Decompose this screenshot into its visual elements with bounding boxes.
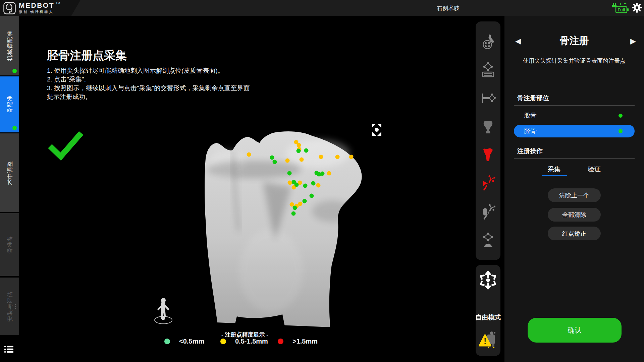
svg-text:−: − [624, 1, 627, 6]
panel-next-arrow[interactable]: ▶ [630, 36, 636, 46]
tab-collect[interactable]: 采集 [548, 165, 560, 174]
active-tab-underline [542, 175, 567, 176]
sidebar-step-label: 安装与评估 [6, 291, 13, 321]
surgical-limb-label: 右侧术肢 [437, 4, 460, 12]
brand-name: MEDBOT [19, 2, 54, 9]
legend-dot-yellow [220, 339, 226, 344]
step-more-dots [15, 304, 16, 309]
sidebar-step-intraop-adjustment[interactable]: 术中调整 [0, 133, 19, 212]
clear-last-button[interactable]: 清除上一个 [548, 188, 601, 202]
legend-dot-red [278, 339, 283, 344]
divider [514, 105, 635, 106]
robot-arm-icon[interactable] [480, 33, 496, 50]
red-point-correction-button[interactable]: 红点矫正 [548, 227, 601, 240]
marker-array-base-icon[interactable] [480, 61, 496, 78]
settings-gear-icon[interactable] [632, 3, 642, 13]
free-mode-label: 自由模式 [475, 313, 501, 322]
bone-row-tibia-selected[interactable]: 胫骨 [514, 125, 635, 137]
svg-text:+: + [619, 1, 622, 6]
page-title: 胫骨注册点采集 [47, 48, 127, 63]
top-bar: MEDBOT TM 微创 畅行机器人 右侧术肢 + − Full [0, 0, 644, 16]
menu-list-icon[interactable] [4, 345, 14, 354]
tibia-icon[interactable] [480, 146, 496, 163]
instruction-line: 1. 使用尖头探针尽可能精确地刺入图示解剖点位(皮质骨表面)。 [47, 66, 252, 75]
legend-item-mid: 0.5-1.5mm [220, 338, 268, 345]
brand-trademark: TM [56, 1, 60, 5]
sidebar-step-bone-preparation[interactable]: 骨准备 [0, 213, 19, 276]
step-complete-dot [12, 69, 17, 73]
success-checkmark-icon [47, 129, 84, 161]
bone-row-femur[interactable]: 股骨 [514, 109, 635, 122]
orientation-figure-icon [153, 296, 174, 325]
femur-icon[interactable] [480, 118, 496, 135]
section-bone-site-label: 骨注册部位 [517, 94, 549, 103]
divider [514, 158, 635, 159]
legend-item-good: <0.5mm [164, 338, 204, 345]
sharp-probe-icon[interactable] [480, 175, 496, 192]
medbot-logo: MEDBOT TM 微创 畅行机器人 [3, 2, 60, 14]
instruction-list: 1. 使用尖头探针尽可能精确地刺入图示解剖点位(皮质骨表面)。 2. 点击"采集… [47, 66, 252, 101]
battery-full-icon: + − Full [611, 1, 629, 15]
legend-item-bad: >1.5mm [278, 338, 318, 345]
robot-warning-icon[interactable]: ! [479, 330, 497, 350]
sidebar-step-bone-registration[interactable]: 骨配准 [0, 76, 19, 132]
panel-title: 骨注册 [504, 34, 644, 48]
tab-verify[interactable]: 验证 [588, 165, 601, 174]
sidebar-step-label: 机械臂配准 [6, 31, 13, 61]
free-mode-panel[interactable]: 自由模式 ! [476, 265, 500, 356]
instruction-line: 3. 按照图示，继续以刺入与点击"采集"的交替形式，采集剩余点直至界面提示注册成… [47, 84, 252, 101]
section-register-ops-label: 注册操作 [517, 147, 543, 156]
sidebar-step-label: 骨配准 [6, 96, 13, 114]
legend-dot-green [164, 339, 170, 344]
free-mode-icon [478, 269, 498, 291]
sidebar-step-install-evaluate[interactable]: 安装与评估 [0, 278, 19, 335]
view-toolbar [476, 21, 500, 260]
blunt-probe-icon[interactable] [480, 203, 496, 220]
reference-frame-icon[interactable] [480, 232, 496, 248]
brand-subtitle: 微创 畅行机器人 [19, 9, 60, 14]
sidebar-step-robot-arm-registration[interactable]: 机械臂配准 [0, 16, 19, 75]
sidebar-step-label: 骨准备 [6, 236, 13, 254]
confirm-button[interactable]: 确认 [528, 318, 622, 343]
panel-subtitle: 使用尖头探针采集并验证骨表面的注册点 [514, 57, 635, 65]
tibia-3d-model[interactable] [187, 127, 371, 333]
svg-text:!: ! [484, 337, 486, 346]
focus-reticle-icon[interactable] [368, 122, 385, 137]
clear-all-button[interactable]: 全部清除 [548, 208, 601, 222]
medbot-logo-icon [3, 2, 16, 14]
probe-calibration-icon[interactable] [480, 90, 496, 107]
femur-done-dot [619, 114, 623, 118]
instruction-line: 2. 点击"采集"。 [47, 75, 252, 84]
svg-text:Full: Full [618, 8, 625, 12]
tibia-done-dot [619, 129, 623, 133]
right-panel: ◀ 骨注册 ▶ 使用尖头探针采集并验证骨表面的注册点 骨注册部位 股骨 胫骨 注… [504, 16, 644, 362]
sidebar-step-label: 术中调整 [6, 161, 13, 185]
step-complete-dot [12, 126, 17, 130]
